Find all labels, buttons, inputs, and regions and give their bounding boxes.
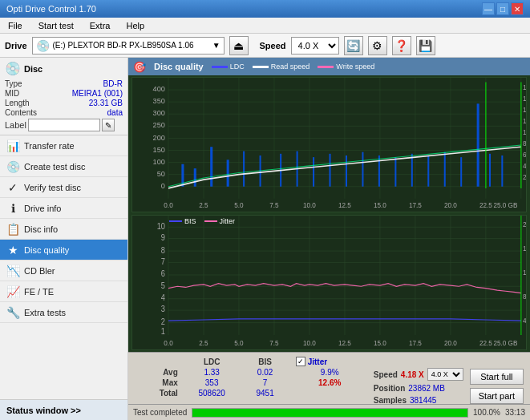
legend-ldc: LDC <box>212 63 245 71</box>
disc-mid-value: MEIRA1 (001) <box>72 89 123 98</box>
menu-start-test[interactable]: Start test <box>34 19 79 32</box>
svg-text:12.5: 12.5 <box>338 200 351 208</box>
menu-help[interactable]: Help <box>121 19 149 32</box>
help-button[interactable]: ❓ <box>392 36 411 55</box>
settings-button[interactable]: ⚙ <box>368 36 387 55</box>
start-full-button[interactable]: Start full <box>470 369 524 385</box>
svg-rect-58 <box>313 157 314 187</box>
stats-row-total: Total 508620 9451 <box>135 388 367 398</box>
svg-rect-65 <box>427 155 429 187</box>
svg-text:150: 150 <box>153 144 165 153</box>
svg-text:25.0 GB: 25.0 GB <box>493 200 517 208</box>
svg-text:0: 0 <box>161 181 165 190</box>
bottom-chart-legend: BIS Jitter <box>169 217 235 225</box>
nav-create-test-disc[interactable]: 💿 Create test disc <box>0 156 127 177</box>
disc-panel-icon: 💿 <box>5 61 21 76</box>
stats-row-max: Max 353 7 12.6% <box>135 378 367 388</box>
status-window-button[interactable]: Status window >> <box>0 399 127 420</box>
drive-dropdown-arrow[interactable]: ▼ <box>212 41 220 50</box>
minimize-button[interactable]: — <box>482 2 495 15</box>
nav-verify-test-disc[interactable]: ✓ Verify test disc <box>0 177 127 198</box>
svg-text:4: 4 <box>161 293 166 303</box>
close-button[interactable]: ✕ <box>511 2 524 15</box>
svg-rect-69 <box>489 154 491 187</box>
svg-rect-0 <box>132 78 526 212</box>
menu-file[interactable]: File <box>3 19 27 32</box>
svg-text:10: 10 <box>157 221 166 231</box>
position-row: Position 23862 MB <box>374 384 463 393</box>
top-chart: 400 350 300 250 200 150 100 50 0 18X 16X <box>131 77 527 212</box>
svg-text:400: 400 <box>153 84 165 93</box>
svg-text:200: 200 <box>153 132 165 141</box>
menu-extra[interactable]: Extra <box>85 19 115 32</box>
nav-items: 📊 Transfer rate 💿 Create test disc ✓ Ver… <box>0 135 127 323</box>
svg-text:6X: 6X <box>523 151 526 159</box>
svg-text:10X: 10X <box>523 128 526 136</box>
svg-text:25.0 GB: 25.0 GB <box>493 339 517 348</box>
svg-text:0.0: 0.0 <box>164 339 172 348</box>
svg-rect-68 <box>477 103 479 186</box>
maximize-button[interactable]: □ <box>496 2 509 15</box>
svg-text:5.0: 5.0 <box>234 339 243 348</box>
disc-quality-title: Disc quality <box>154 62 204 71</box>
svg-rect-53 <box>227 160 229 186</box>
svg-text:12X: 12X <box>523 117 526 125</box>
extra-tests-icon: 🔧 <box>6 306 19 319</box>
toolbar: Drive 💿 (E:) PLEXTOR BD-R PX-LB950SA 1.0… <box>0 34 530 58</box>
nav-extra-tests[interactable]: 🔧 Extra tests <box>0 302 127 323</box>
jitter-checkbox[interactable]: ✓ <box>296 357 305 366</box>
svg-text:16%: 16% <box>523 244 526 253</box>
svg-rect-54 <box>243 151 245 187</box>
svg-text:5: 5 <box>161 281 166 290</box>
verify-test-disc-icon: ✓ <box>6 181 19 194</box>
transfer-rate-icon: 📊 <box>6 139 19 152</box>
svg-rect-59 <box>330 154 331 187</box>
svg-text:50: 50 <box>157 169 165 178</box>
svg-rect-61 <box>362 152 363 187</box>
refresh-button[interactable]: 🔄 <box>344 36 363 55</box>
nav-cd-bler[interactable]: 📉 CD Bler <box>0 260 127 281</box>
save-button[interactable]: 💾 <box>416 36 435 55</box>
start-part-button[interactable]: Start part <box>470 388 524 404</box>
disc-label-btn[interactable]: ✎ <box>102 119 115 131</box>
disc-panel: 💿 Disc Type BD-R MID MEIRA1 (001) Length… <box>0 58 127 135</box>
disc-length-label: Length <box>5 99 30 107</box>
drive-info-icon: ℹ <box>6 202 19 215</box>
svg-rect-52 <box>210 147 212 187</box>
window-controls: — □ ✕ <box>482 2 524 15</box>
nav-disc-quality[interactable]: ★ Disc quality <box>0 240 127 260</box>
svg-text:14X: 14X <box>523 106 526 114</box>
svg-text:2.5: 2.5 <box>199 200 208 208</box>
speed-select[interactable]: 4.0 X 2.0 X 1.0 X <box>291 37 339 55</box>
disc-type-value: BD-R <box>103 79 123 88</box>
svg-text:3: 3 <box>161 305 166 314</box>
svg-text:15.0: 15.0 <box>374 200 386 208</box>
speed-info-select[interactable]: 4.0 X <box>427 368 463 381</box>
disc-contents-row: Contents data <box>5 108 123 117</box>
disc-length-value: 23.31 GB <box>89 99 123 107</box>
disc-type-label: Type <box>5 79 22 88</box>
eject-button[interactable]: ⏏ <box>229 36 249 55</box>
sidebar: 💿 Disc Type BD-R MID MEIRA1 (001) Length… <box>0 58 128 420</box>
svg-text:2X: 2X <box>523 173 526 181</box>
col-bis: BIS <box>243 356 288 367</box>
nav-fe-te[interactable]: 📈 FE / TE <box>0 281 127 302</box>
legend-jitter: Jitter <box>204 217 236 225</box>
svg-text:250: 250 <box>153 120 165 129</box>
nav-disc-info[interactable]: 📋 Disc info <box>0 219 127 240</box>
disc-label-input[interactable] <box>28 119 100 131</box>
charts-container: 400 350 300 250 200 150 100 50 0 18X 16X <box>128 75 530 352</box>
speed-info-value: 4.18 X <box>401 370 424 379</box>
bottom-chart-svg: 10 9 8 7 6 5 4 3 2 1 20% 16% <box>132 216 526 349</box>
nav-drive-info[interactable]: ℹ Drive info <box>0 198 127 219</box>
fe-te-icon: 📈 <box>6 285 19 298</box>
svg-text:8: 8 <box>161 245 166 255</box>
position-label: Position <box>374 384 405 393</box>
window-title: Opti Drive Control 1.70 <box>6 4 96 14</box>
nav-transfer-rate[interactable]: 📊 Transfer rate <box>0 135 127 156</box>
disc-quality-icon: ★ <box>6 244 19 256</box>
svg-text:20%: 20% <box>523 220 526 229</box>
svg-text:22.5: 22.5 <box>479 339 492 348</box>
svg-text:10.0: 10.0 <box>303 200 316 208</box>
disc-mid-label: MID <box>5 89 19 98</box>
